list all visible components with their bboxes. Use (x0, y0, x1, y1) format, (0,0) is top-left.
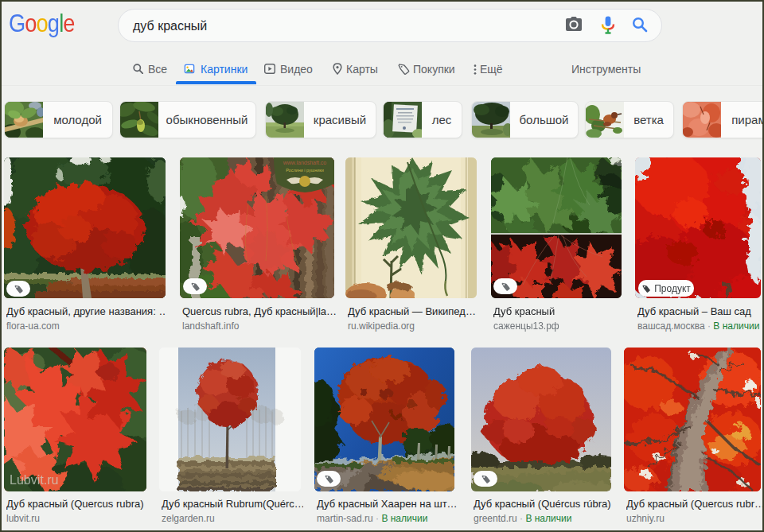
svg-text:www.landshaft.co: www.landshaft.co (283, 160, 327, 165)
svg-text:Lubvit.ru: Lubvit.ru (10, 473, 58, 487)
svg-text:Рослини і рушники: Рослини і рушники (286, 168, 324, 173)
